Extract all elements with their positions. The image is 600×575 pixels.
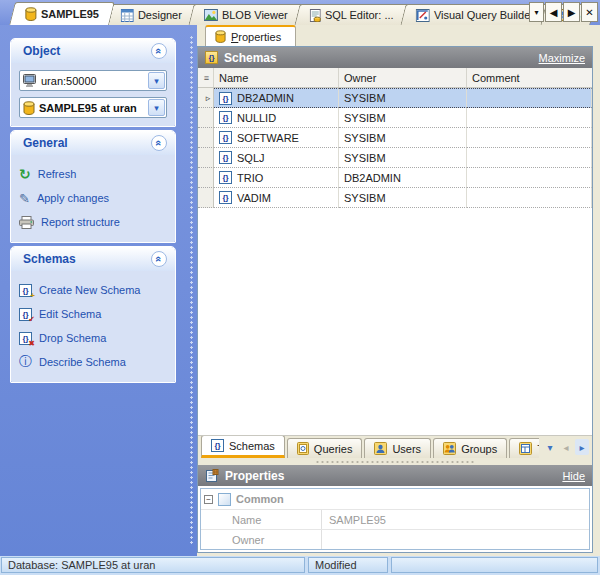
row-selector-cell [198, 108, 214, 128]
computer-icon [23, 74, 37, 87]
column-header-comment[interactable]: Comment [467, 68, 592, 87]
tab-label: Queries [314, 443, 353, 455]
tab-designer[interactable]: Designer [105, 4, 197, 25]
schema-icon: {} [219, 191, 232, 204]
describe-schema-link[interactable]: ⓘ Describe Schema [19, 350, 167, 374]
tab-list-dropdown-button[interactable]: ▾ [529, 2, 544, 22]
splitter-grip [315, 460, 475, 464]
table-row[interactable]: ▹ {}DB2ADMIN SYSIBM [198, 88, 592, 108]
collapse-panel-button[interactable]: « [151, 43, 167, 59]
cell-comment [467, 188, 592, 208]
group-icon [443, 442, 456, 455]
tab-scroll-right-button[interactable]: ▸ [575, 439, 589, 455]
link-label: Edit Schema [39, 309, 101, 320]
cell-owner: SYSIBM [339, 88, 467, 108]
table-row[interactable]: {}VADIM SYSIBM [198, 188, 592, 208]
braces-glyph: {} [222, 133, 228, 142]
row-selector-column-header[interactable]: ≡ [198, 68, 214, 87]
chevron-down-icon[interactable]: ▾ [148, 99, 165, 116]
panel-title: Object [23, 44, 151, 58]
hide-link[interactable]: Hide [562, 470, 585, 482]
collapse-panel-button[interactable]: « [151, 135, 167, 151]
tab-label: Properties [231, 31, 281, 43]
schema-name: NULLID [237, 112, 276, 124]
arrow-left-icon: ◂ [563, 442, 568, 453]
cell-name: {}VADIM [214, 188, 339, 208]
minus-icon: − [206, 495, 211, 504]
schema-drop-icon: {}✖ [19, 332, 32, 345]
property-row[interactable]: Name SAMPLE95 [201, 509, 589, 529]
tab-groups[interactable]: Groups [433, 438, 507, 458]
chevron-down-icon[interactable]: ▾ [148, 72, 165, 89]
tab-scroll-right-button[interactable]: ▶ [563, 2, 580, 22]
cell-owner: SYSIBM [339, 148, 467, 168]
cell-comment [467, 88, 592, 108]
table-row[interactable]: {}TRIO DB2ADMIN [198, 168, 592, 188]
document-tabs: SAMPLE95 Designer BLOB Viewer SQL Editor… [12, 0, 589, 25]
user-icon [374, 442, 387, 455]
schemas-panel-body: {}+ Create New Schema {}✔ Edit Schema {}… [11, 271, 175, 382]
schema-name: SOFTWARE [237, 132, 299, 144]
sidebar-splitter[interactable] [187, 25, 197, 556]
create-new-schema-link[interactable]: {}+ Create New Schema [19, 278, 167, 302]
tab-list-dropdown-button[interactable]: ▾ [543, 439, 557, 455]
tab-blob-viewer[interactable]: BLOB Viewer [188, 4, 303, 25]
braces-glyph: {} [222, 113, 228, 122]
main-tab-strip: Properties [197, 25, 600, 46]
cell-name: {}TRIO [214, 168, 339, 188]
braces-glyph: {} [222, 153, 228, 162]
link-label: Describe Schema [39, 357, 126, 368]
edit-schema-link[interactable]: {}✔ Edit Schema [19, 302, 167, 326]
apply-changes-link[interactable]: ✎ Apply changes [19, 186, 167, 210]
schemas-panel: Schemas « {}+ Create New Schema {}✔ Edit… [10, 246, 176, 383]
tab-users[interactable]: Users [364, 438, 431, 458]
schema-icon: {} [205, 51, 218, 64]
tablespace-icon [519, 442, 532, 455]
grid-title: Schemas [224, 51, 533, 65]
tab-scroll-left-button[interactable]: ◂ [559, 439, 573, 455]
property-group-row[interactable]: − Common [201, 489, 589, 509]
database-select[interactable]: SAMPLE95 at uran ▾ [19, 97, 167, 118]
designer-grid-icon [121, 9, 134, 22]
refresh-link[interactable]: ↻ Refresh [19, 162, 167, 186]
tab-queries[interactable]: Queries [287, 438, 363, 458]
check-icon: ✔ [28, 316, 35, 324]
group-label: Common [236, 493, 284, 505]
refresh-icon: ↻ [19, 166, 31, 182]
tab-sql-editor[interactable]: SQL Editor: ... [294, 4, 409, 25]
row-selector-cell [198, 168, 214, 188]
chevron-down-icon: ▾ [534, 8, 538, 17]
row-selector-cell [198, 128, 214, 148]
tab-sample95[interactable]: SAMPLE95 [9, 2, 115, 25]
column-header-name[interactable]: Name [214, 68, 339, 87]
tab-schemas[interactable]: {} Schemas [201, 435, 285, 458]
tab-visual-query-builder[interactable]: Visual Query Builder [400, 4, 549, 25]
collapse-group-button[interactable]: − [204, 495, 213, 504]
column-header-owner[interactable]: Owner [339, 68, 467, 87]
category-icon [218, 493, 231, 506]
tab-close-button[interactable]: ✕ [581, 2, 598, 22]
table-row[interactable]: {}SQLJ SYSIBM [198, 148, 592, 168]
maximize-link[interactable]: Maximize [539, 52, 585, 64]
property-value: SAMPLE95 [322, 514, 589, 526]
cell-owner: SYSIBM [339, 108, 467, 128]
document-tab-bar: SAMPLE95 Designer BLOB Viewer SQL Editor… [0, 0, 600, 25]
connection-value: uran:50000 [41, 75, 144, 87]
cell-owner: SYSIBM [339, 128, 467, 148]
table-row[interactable]: {}NULLID SYSIBM [198, 108, 592, 128]
panel-title: Schemas [23, 252, 151, 266]
link-label: Create New Schema [39, 285, 141, 296]
status-database: Database: SAMPLE95 at uran [1, 557, 305, 573]
tab-properties[interactable]: Properties [205, 25, 296, 46]
connection-select[interactable]: uran:50000 ▾ [19, 70, 167, 91]
property-row[interactable]: Owner [201, 529, 589, 549]
table-row[interactable]: {}SOFTWARE SYSIBM [198, 128, 592, 148]
drop-schema-link[interactable]: {}✖ Drop Schema [19, 326, 167, 350]
collapse-panel-button[interactable]: « [151, 251, 167, 267]
document-database-icon [310, 9, 321, 22]
tab-scroll-left-button[interactable]: ◀ [545, 2, 562, 22]
row-selector-cell [198, 148, 214, 168]
report-structure-link[interactable]: Report structure [19, 210, 167, 234]
cell-comment [467, 108, 592, 128]
properties-splitter[interactable] [198, 458, 592, 465]
